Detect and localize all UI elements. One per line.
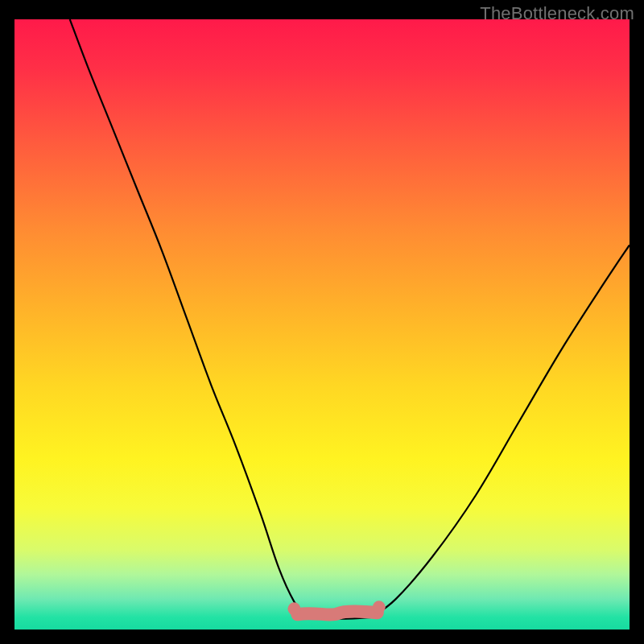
marker-end-right	[373, 601, 386, 613]
pink-flat-marker	[297, 612, 377, 615]
left-curve	[70, 19, 307, 617]
right-curve	[371, 245, 630, 617]
marker-end-left	[287, 602, 300, 615]
watermark-text: TheBottleneck.com	[480, 3, 634, 24]
plot-area	[14, 19, 630, 630]
curve-layer	[14, 19, 630, 630]
chart-frame: TheBottleneck.com	[0, 0, 644, 644]
